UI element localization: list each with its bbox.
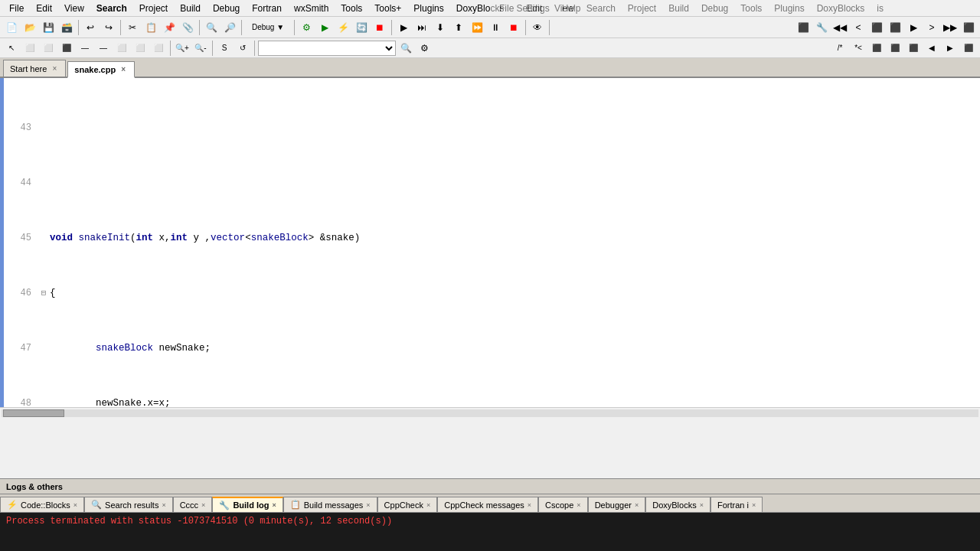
- class-select[interactable]: [258, 41, 396, 56]
- code-editor[interactable]: 43 44 45 void snakeInit(int x,int y ,vec…: [4, 78, 980, 407]
- debug-out-btn[interactable]: ⬆: [450, 19, 467, 36]
- save-btn[interactable]: 💾: [40, 19, 57, 36]
- find-btn[interactable]: 🔍: [203, 19, 220, 36]
- btab-build-messages-close[interactable]: ×: [366, 501, 370, 509]
- stop-btn[interactable]: ⏹: [371, 19, 388, 36]
- code-format-1[interactable]: S: [216, 40, 233, 57]
- tb-r2[interactable]: 🔧: [813, 19, 830, 36]
- btab-fortran-close[interactable]: ×: [752, 501, 756, 509]
- code-nav-8[interactable]: ⬜: [132, 40, 149, 57]
- btab-cppcheck[interactable]: CppCheck ×: [377, 497, 438, 512]
- menu-view[interactable]: View: [58, 2, 90, 15]
- tb-r10[interactable]: ⬛: [960, 19, 977, 36]
- class-search-btn[interactable]: 🔍: [397, 40, 414, 57]
- tb-r3[interactable]: ◀◀: [831, 19, 848, 36]
- debug-watch-btn[interactable]: 👁: [529, 19, 546, 36]
- run-btn[interactable]: ▶: [316, 19, 333, 36]
- tb2-r7[interactable]: ▶: [942, 40, 959, 57]
- menu-project[interactable]: Project: [133, 2, 174, 15]
- menu-file[interactable]: File: [3, 2, 30, 15]
- btab-cscope-close[interactable]: ×: [577, 501, 580, 509]
- code-nav-9[interactable]: ⬜: [150, 40, 167, 57]
- editor-hscroll[interactable]: [0, 407, 980, 418]
- tb2-r5[interactable]: ⬛: [905, 40, 922, 57]
- menu-tools[interactable]: Tools: [335, 2, 368, 15]
- btab-codeblocks[interactable]: ⚡ Code::Blocks ×: [0, 497, 84, 512]
- btab-cppcheck-close[interactable]: ×: [426, 501, 430, 509]
- tb-r4[interactable]: <: [850, 19, 867, 36]
- code-nav-4[interactable]: ⬛: [58, 40, 75, 57]
- btab-cccc[interactable]: Cccc ×: [173, 497, 213, 512]
- debug-pause-btn[interactable]: ⏸: [487, 19, 504, 36]
- btab-search-results[interactable]: 🔍 Search results ×: [84, 497, 173, 512]
- tb2-r6[interactable]: ◀: [923, 40, 940, 57]
- tb2-r8[interactable]: ⬛: [960, 40, 977, 57]
- tab-start-here[interactable]: Start here ×: [3, 60, 66, 77]
- btab-build-log[interactable]: 🔧 Build log ×: [212, 497, 283, 512]
- code-nav-3[interactable]: ⬜: [40, 40, 57, 57]
- tb-r9[interactable]: ▶▶: [942, 19, 959, 36]
- paste-btn[interactable]: 📌: [161, 19, 178, 36]
- paste-special-btn[interactable]: 📎: [179, 19, 196, 36]
- tb-r7[interactable]: ▶: [905, 19, 922, 36]
- tb-r8[interactable]: >: [923, 19, 940, 36]
- menu-debug[interactable]: Debug: [207, 2, 246, 15]
- debug-btn[interactable]: ▶: [395, 19, 412, 36]
- code-nav-5[interactable]: —: [77, 40, 93, 57]
- class-settings-btn[interactable]: ⚙: [416, 40, 433, 57]
- tab-snake-cpp[interactable]: snake.cpp ×: [67, 61, 135, 78]
- code-nav-1[interactable]: ↖: [3, 40, 20, 57]
- debug-continue-btn[interactable]: ⏩: [469, 19, 485, 36]
- btab-build-log-close[interactable]: ×: [272, 501, 276, 509]
- tb2-r3[interactable]: ⬛: [868, 40, 885, 57]
- zoom-out-btn[interactable]: 🔍-: [192, 40, 209, 57]
- save-all-btn[interactable]: 🗃️: [58, 19, 75, 36]
- new-file-btn[interactable]: 📄: [3, 19, 20, 36]
- btab-fortran[interactable]: Fortran i ×: [710, 497, 763, 512]
- btab-cppcheck-messages-close[interactable]: ×: [528, 501, 531, 509]
- btab-cppcheck-messages[interactable]: CppCheck messages ×: [437, 497, 538, 512]
- rebuild-btn[interactable]: 🔄: [353, 19, 370, 36]
- btab-build-messages[interactable]: 📋 Build messages ×: [283, 497, 377, 512]
- redo-btn[interactable]: ↪: [100, 19, 117, 36]
- cut-btn[interactable]: ✂: [124, 19, 141, 36]
- code-nav-6[interactable]: —: [95, 40, 112, 57]
- btab-debugger-close[interactable]: ×: [635, 501, 639, 509]
- tb-r6[interactable]: ⬛: [887, 19, 903, 36]
- btab-codeblocks-close[interactable]: ×: [74, 501, 77, 509]
- build-btn[interactable]: ⚙: [298, 19, 315, 36]
- menu-search[interactable]: Search: [90, 2, 133, 15]
- debug-stop-btn[interactable]: ⏹: [505, 19, 522, 36]
- tb2-r2[interactable]: *<: [850, 40, 867, 57]
- copy-btn[interactable]: 📋: [142, 19, 159, 36]
- open-btn[interactable]: 📂: [21, 19, 38, 36]
- debug-next-btn[interactable]: ⏭: [413, 19, 430, 36]
- tb-r1[interactable]: ⬛: [795, 19, 812, 36]
- tab-snake-cpp-close[interactable]: ×: [119, 65, 128, 74]
- menu-build[interactable]: Build: [174, 2, 207, 15]
- menu-fortran[interactable]: Fortran: [246, 2, 288, 15]
- code-nav-2[interactable]: ⬜: [21, 40, 38, 57]
- btab-doxyblocks-close[interactable]: ×: [700, 501, 704, 509]
- debug-step-btn[interactable]: ⬇: [432, 19, 449, 36]
- menu-plugins[interactable]: Plugins: [407, 2, 449, 15]
- replace-btn[interactable]: 🔎: [221, 19, 238, 36]
- code-nav-7[interactable]: ⬜: [113, 40, 130, 57]
- hscroll-thumb[interactable]: [3, 409, 64, 417]
- btab-doxyblocks[interactable]: DoxyBlocks ×: [645, 497, 710, 512]
- tb2-r1[interactable]: /*: [831, 40, 848, 57]
- tb-r5[interactable]: ⬛: [868, 19, 885, 36]
- zoom-in-btn[interactable]: 🔍+: [174, 40, 191, 57]
- menu-edit[interactable]: Edit: [30, 2, 58, 15]
- build-run-btn[interactable]: ⚡: [335, 19, 351, 36]
- build-target-dropdown[interactable]: Debug ▼: [245, 19, 291, 36]
- menu-wxsmith[interactable]: wxSmith: [288, 2, 335, 15]
- tab-start-here-close[interactable]: ×: [50, 64, 59, 73]
- btab-search-close[interactable]: ×: [162, 501, 165, 509]
- menu-tools-plus[interactable]: Tools+: [368, 2, 407, 15]
- btab-cscope[interactable]: Cscope ×: [538, 497, 588, 512]
- code-format-2[interactable]: ↺: [234, 40, 251, 57]
- undo-btn[interactable]: ↩: [82, 19, 99, 36]
- tb2-r4[interactable]: ⬛: [887, 40, 903, 57]
- btab-debugger[interactable]: Debugger ×: [588, 497, 646, 512]
